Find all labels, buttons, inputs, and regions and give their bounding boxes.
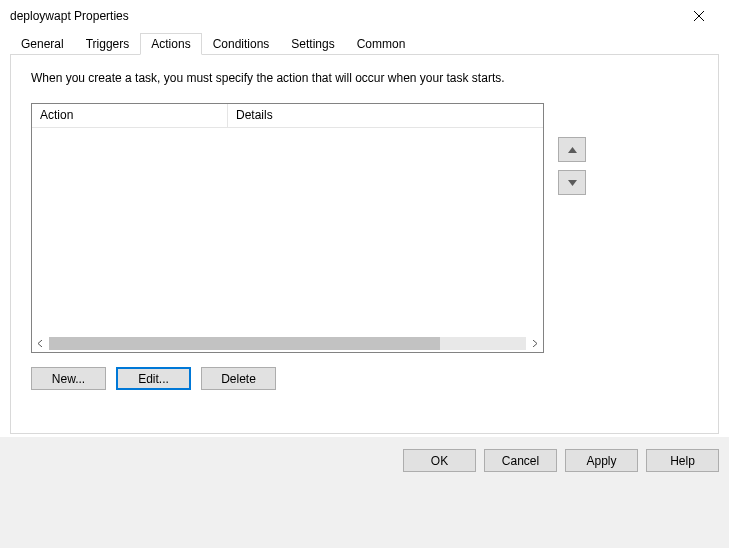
edit-button[interactable]: Edit...	[116, 367, 191, 390]
move-down-button[interactable]	[558, 170, 586, 195]
cancel-button[interactable]: Cancel	[484, 449, 557, 472]
tab-strip: General Triggers Actions Conditions Sett…	[0, 32, 729, 54]
action-buttons-row: New... Edit... Delete	[31, 367, 698, 390]
scroll-track[interactable]	[49, 337, 526, 350]
tab-panel-actions: When you create a task, you must specify…	[10, 54, 719, 434]
tab-conditions[interactable]: Conditions	[202, 33, 281, 54]
scroll-right-arrow[interactable]	[526, 335, 543, 352]
actions-main-row: Action Details	[31, 103, 698, 353]
listview-header: Action Details	[32, 104, 543, 128]
listview-body[interactable]	[32, 128, 543, 335]
ok-button[interactable]: OK	[403, 449, 476, 472]
dialog-buttons: OK Cancel Apply Help	[0, 437, 729, 548]
triangle-down-icon	[568, 180, 577, 186]
move-up-button[interactable]	[558, 137, 586, 162]
close-icon	[694, 11, 704, 21]
help-button[interactable]: Help	[646, 449, 719, 472]
chevron-left-icon	[37, 340, 44, 347]
actions-listview[interactable]: Action Details	[31, 103, 544, 353]
titlebar: deploywapt Properties	[0, 0, 729, 32]
chevron-right-icon	[531, 340, 538, 347]
column-header-action[interactable]: Action	[32, 104, 228, 127]
tab-settings[interactable]: Settings	[280, 33, 345, 54]
column-header-details[interactable]: Details	[228, 104, 543, 127]
tab-common[interactable]: Common	[346, 33, 417, 54]
close-button[interactable]	[679, 2, 719, 30]
svg-marker-3	[568, 180, 577, 186]
triangle-up-icon	[568, 147, 577, 153]
window-title: deploywapt Properties	[10, 9, 129, 23]
svg-marker-2	[568, 147, 577, 153]
tab-general[interactable]: General	[10, 33, 75, 54]
scroll-left-arrow[interactable]	[32, 335, 49, 352]
new-button[interactable]: New...	[31, 367, 106, 390]
delete-button[interactable]: Delete	[201, 367, 276, 390]
move-buttons	[558, 137, 586, 195]
tab-triggers[interactable]: Triggers	[75, 33, 141, 54]
tab-actions[interactable]: Actions	[140, 33, 201, 55]
apply-button[interactable]: Apply	[565, 449, 638, 472]
horizontal-scrollbar[interactable]	[32, 335, 543, 352]
properties-dialog: deploywapt Properties General Triggers A…	[0, 0, 729, 548]
scroll-thumb[interactable]	[49, 337, 440, 350]
actions-description: When you create a task, you must specify…	[31, 71, 698, 85]
